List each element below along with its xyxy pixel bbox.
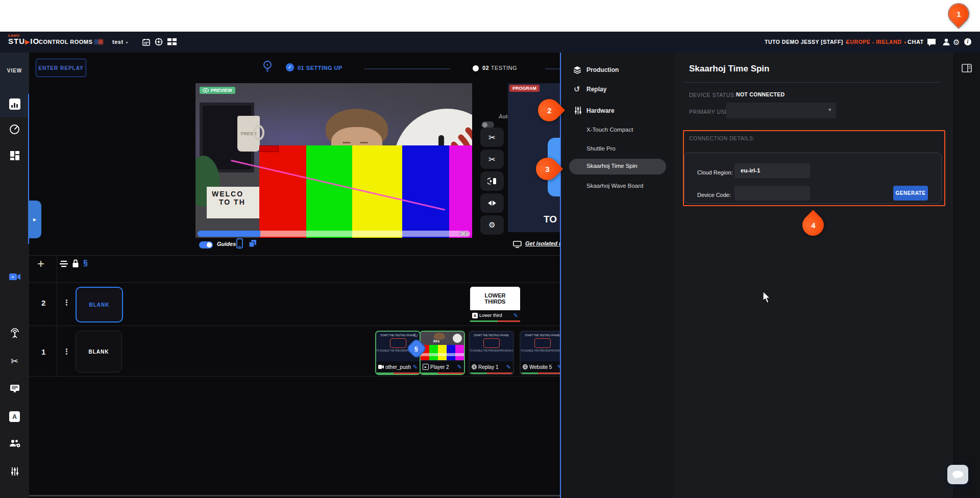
status-edge	[521, 372, 561, 374]
support-chat-fab[interactable]	[947, 465, 968, 484]
connection-details-box: Cloud Region: eu-irl-1 Device Code: GENE…	[684, 153, 942, 204]
device-details-panel: Skaarhoj Time Spin DEVICE STATUS: NOT CO…	[674, 53, 952, 498]
calendar-icon[interactable]	[142, 38, 150, 46]
cut-transition-button[interactable]: ✂	[480, 128, 504, 147]
wipe-transition-button[interactable]	[480, 193, 504, 213]
lightbulb-icon[interactable]	[261, 60, 274, 74]
align-center-icon[interactable]	[60, 261, 68, 267]
expand-panel-tab[interactable]: ▶	[28, 201, 41, 238]
enter-replay-button[interactable]: ENTER REPLAY	[36, 59, 86, 77]
user-menu[interactable]: TUTO DEMO JESSY [STAFF]▾	[765, 32, 848, 53]
dashboard-icon[interactable]	[0, 151, 29, 161]
video-thumb: 36s	[421, 332, 464, 360]
wipe-transition-icon	[487, 200, 497, 206]
stats-icon[interactable]	[0, 98, 29, 110]
device-code-input[interactable]	[734, 186, 810, 201]
refresh-icon[interactable]: ↻	[414, 333, 418, 338]
mobile-preview-icon[interactable]	[236, 238, 243, 248]
layout-grid-icon[interactable]	[167, 38, 177, 45]
divider	[29, 282, 560, 283]
info-icon[interactable]: i	[964, 38, 971, 45]
left-sidebar: VIEW ✂ A	[0, 53, 29, 498]
lower-thirds-item[interactable]: LOWERTHIRDS A Lower third ✎	[470, 287, 520, 323]
divider	[29, 376, 560, 377]
layer-menu-kebab[interactable]: ⋮	[63, 298, 70, 307]
play-square-icon: ▶	[423, 364, 429, 370]
chat-label[interactable]: CHAT	[908, 32, 924, 53]
edit-pencil-icon[interactable]: ✎	[506, 364, 511, 370]
chat-bubble-icon[interactable]	[927, 38, 936, 46]
cloud-region-input[interactable]: eu-irl-1	[734, 163, 810, 178]
region-select[interactable]: EUROPE - IRELAND▾	[846, 32, 906, 53]
gauge-icon[interactable]	[0, 124, 29, 135]
blank-source-layer2[interactable]: BLANK	[76, 287, 123, 322]
video-camera-icon[interactable]	[0, 273, 29, 281]
menu-item-replay[interactable]: Replay	[586, 86, 606, 93]
cut-transition-button-2[interactable]: ✂	[480, 150, 504, 169]
side-panel-icon[interactable]	[962, 64, 972, 72]
user-icon[interactable]	[942, 38, 950, 46]
scissors-icon: ✂	[488, 133, 495, 142]
guides-toggle[interactable]	[199, 241, 213, 248]
preview-badge: PREVIEW	[200, 87, 235, 94]
progress-fill	[198, 231, 260, 237]
room-select[interactable]: test▾	[112, 32, 128, 53]
control-rooms-link[interactable]: CONTROL ROOMS	[39, 32, 92, 53]
connection-details-label: CONNECTION DETAILS:	[689, 135, 755, 141]
media-card-replay1[interactable]: START THE TESTING PHASE TO ENABLE THE PR…	[469, 331, 514, 375]
annotation-marker-1: 1	[945, 0, 972, 28]
step-connector	[545, 68, 560, 69]
menu-item-xtouch-compact[interactable]: X-Touch Compact	[586, 127, 633, 133]
preview-progress-bar[interactable]: 36s	[198, 231, 470, 237]
step-connector	[364, 68, 450, 69]
generate-button[interactable]: GENERATE	[893, 186, 928, 201]
primary-user-select[interactable]: ▾	[726, 103, 836, 118]
edit-pencil-icon[interactable]: ✎	[557, 364, 561, 370]
program-text: TO	[544, 214, 557, 225]
menu-item-production[interactable]: Production	[586, 66, 619, 73]
media-card-player2[interactable]: 36s ▶ Player 2 ✎	[420, 331, 465, 375]
slide-transition-icon	[487, 178, 497, 185]
horizontal-scrollbar[interactable]	[29, 495, 560, 496]
layer-menu-kebab[interactable]: ⋮	[63, 347, 70, 356]
settings-sliders-icon[interactable]	[0, 467, 29, 476]
graphics-icon[interactable]: A	[0, 411, 29, 422]
view-label: VIEW	[0, 53, 29, 73]
teleprompter-icon[interactable]	[0, 384, 29, 393]
divider	[684, 82, 942, 83]
gear-icon[interactable]: ⚙	[953, 38, 960, 47]
mug-sign: FRESH	[237, 116, 260, 152]
scissors-icon[interactable]: ✂	[0, 356, 29, 367]
transition-settings-button[interactable]: ⚙	[480, 215, 504, 235]
divider	[29, 255, 560, 256]
edit-pencil-icon[interactable]: ✎	[413, 364, 418, 370]
device-status-label: DEVICE STATUS:	[689, 92, 736, 98]
chat-bubble-icon	[952, 470, 964, 479]
add-layer-button[interactable]: +	[37, 257, 44, 271]
broadcast-antenna-icon[interactable]	[0, 328, 29, 338]
gear-icon: ⚙	[488, 220, 495, 230]
control-room-mode-icon[interactable]	[155, 38, 163, 46]
copy-layout-icon[interactable]	[249, 239, 257, 247]
lock-icon[interactable]	[72, 259, 79, 268]
blank-source-layer1[interactable]: BLANK	[76, 331, 122, 372]
menu-item-skaarhoj-time-spin[interactable]: Skaarhoj Time Spin	[586, 163, 638, 169]
app-logo: LiveU STU▶IO	[8, 33, 39, 45]
edit-pencil-icon[interactable]: ✎	[457, 364, 462, 370]
link-layers-icon[interactable]: §	[83, 259, 88, 268]
slide-transition-button[interactable]	[480, 171, 504, 191]
lower-thirds-thumb: LOWERTHIRDS	[470, 287, 520, 310]
chevron-down-icon: ▾	[904, 40, 906, 45]
production-layers-icon	[573, 66, 581, 74]
menu-item-hardware[interactable]: Hardware	[586, 107, 615, 114]
edit-pencil-icon[interactable]: ✎	[513, 312, 518, 319]
users-settings-icon[interactable]	[0, 439, 29, 448]
scissors-icon: ✂	[488, 155, 495, 164]
get-isolated-url-link[interactable]: Get isolated url	[525, 240, 561, 246]
globe-icon	[523, 364, 528, 369]
frame-placeholder	[534, 338, 551, 348]
person-eye	[342, 142, 351, 143]
media-card-website5[interactable]: START THE TESTING PHASE TO ENABLE THE PR…	[520, 331, 561, 375]
menu-item-skaarhoj-wave-board[interactable]: Skaarhoj Wave Board	[586, 183, 643, 189]
menu-item-shuttle-pro[interactable]: Shuttle Pro	[586, 145, 616, 152]
